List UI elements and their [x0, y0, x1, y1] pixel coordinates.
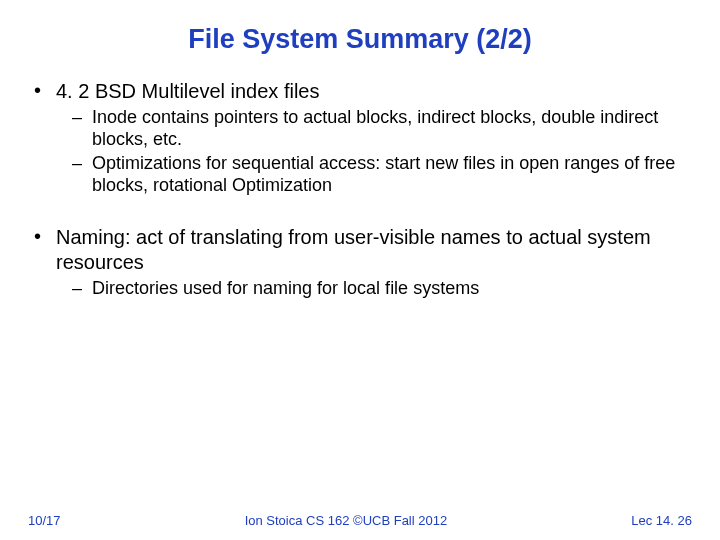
sub-bullet-text: Directories used for naming for local fi…	[92, 278, 692, 300]
footer-date: 10/17	[28, 513, 61, 528]
sub-bullet-item: Directories used for naming for local fi…	[72, 278, 692, 300]
sub-bullet-item: Inode contains pointers to actual blocks…	[72, 107, 692, 151]
footer-lecture-number: Lec 14. 26	[631, 513, 692, 528]
bullet-dot-icon	[34, 225, 56, 274]
dash-icon	[72, 153, 92, 197]
bullet-text: 4. 2 BSD Multilevel index files	[56, 79, 692, 103]
dash-icon	[72, 107, 92, 151]
dash-icon	[72, 278, 92, 300]
sub-bullet-item: Optimizations for sequential access: sta…	[72, 153, 692, 197]
sub-bullet-text: Optimizations for sequential access: sta…	[92, 153, 692, 197]
bullet-item: Naming: act of translating from user-vis…	[34, 225, 692, 274]
bullet-text: Naming: act of translating from user-vis…	[56, 225, 692, 274]
slide-title: File System Summary (2/2)	[28, 24, 692, 55]
slide-footer: 10/17 Ion Stoica CS 162 ©UCB Fall 2012 L…	[0, 513, 720, 528]
bullet-dot-icon	[34, 79, 56, 103]
footer-attribution: Ion Stoica CS 162 ©UCB Fall 2012	[245, 513, 448, 528]
bullet-item: 4. 2 BSD Multilevel index files	[34, 79, 692, 103]
sub-bullet-text: Inode contains pointers to actual blocks…	[92, 107, 692, 151]
